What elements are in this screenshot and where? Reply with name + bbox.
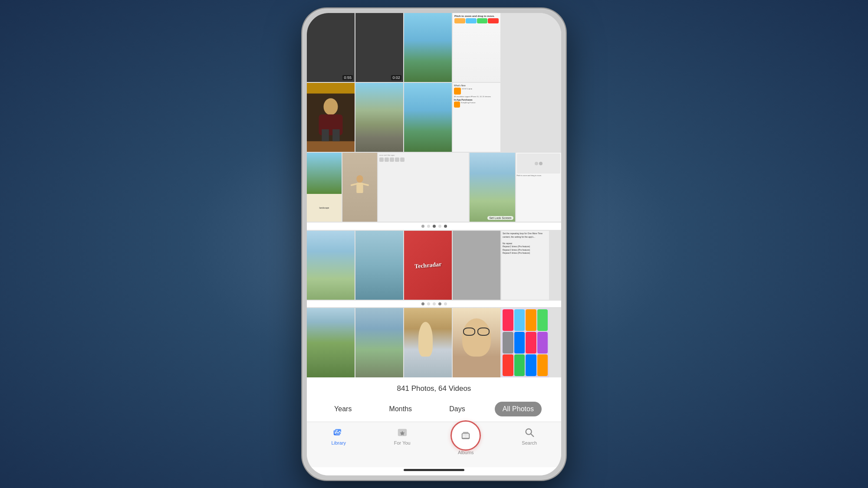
svg-point-11 — [336, 429, 338, 431]
albums-highlight-circle — [450, 420, 481, 451]
tab-foryou-label: For You — [394, 440, 411, 445]
dot — [427, 225, 430, 228]
grid-cell[interactable] — [404, 83, 452, 152]
svg-point-1 — [324, 98, 338, 115]
svg-rect-3 — [322, 129, 329, 141]
phone-wrapper: 0:55 0:02 Pitch to zoom and drag to move… — [299, 6, 569, 483]
grid-cell[interactable] — [404, 13, 452, 82]
video-duration: 0:02 — [391, 75, 401, 80]
svg-rect-14 — [463, 432, 469, 434]
grid-cell[interactable] — [404, 308, 452, 377]
tab-albums[interactable]: Albums — [434, 426, 498, 455]
techradar-text: Techradar — [414, 261, 442, 270]
svg-line-7 — [352, 184, 357, 185]
svg-line-8 — [363, 184, 368, 185]
grid-cell[interactable] — [453, 231, 500, 300]
slider-dots-2 — [307, 301, 561, 307]
view-months-button[interactable]: Months — [381, 402, 420, 416]
foryou-icon — [396, 426, 408, 439]
grid-cell[interactable] — [355, 308, 403, 377]
home-indicator-bar — [307, 467, 561, 475]
grid-cell[interactable]: Techradar — [404, 231, 452, 300]
svg-rect-4 — [332, 129, 340, 141]
view-allphotos-button[interactable]: All Photos — [495, 402, 542, 416]
dot-active — [444, 225, 447, 228]
svg-line-19 — [531, 434, 533, 436]
grid-cell[interactable]: Set Lock Screen — [470, 153, 515, 222]
dot-active — [433, 225, 436, 228]
grid-row-3: landscape — [307, 153, 561, 222]
dot — [433, 302, 436, 305]
grid-cell[interactable] — [453, 308, 500, 377]
grid-cell[interactable]: Pitch to zoom and drag to move. — [453, 13, 500, 82]
tab-foryou[interactable]: For You — [371, 426, 434, 445]
grid-cell[interactable] — [307, 231, 355, 300]
grid-cell[interactable] — [307, 83, 355, 152]
search-icon — [523, 426, 536, 439]
photo-grid[interactable]: 0:55 0:02 Pitch to zoom and drag to move… — [307, 13, 561, 377]
grid-cell[interactable]: move and that apps — [378, 153, 469, 222]
view-years-button[interactable]: Years — [326, 402, 359, 416]
view-days-button[interactable]: Days — [441, 402, 473, 416]
tab-search-label: Search — [522, 440, 537, 445]
grid-row-2: What's New 4.4★ 6+ ₁₃₉₃ 4K resolution su… — [307, 83, 561, 152]
grid-cell[interactable] — [501, 308, 549, 377]
tab-library[interactable]: Library — [307, 426, 371, 445]
home-indicator — [404, 469, 464, 471]
view-selector: Years Months Days All Photos — [307, 398, 561, 422]
phone-screen: 0:55 0:02 Pitch to zoom and drag to move… — [307, 13, 561, 475]
photo-count-text: 841 Photos, 64 Videos — [397, 384, 471, 393]
grid-row-4: Techradar Set the repeating loop for One… — [307, 231, 561, 300]
grid-cell[interactable] — [355, 83, 403, 152]
grid-cell[interactable]: 0:02 — [355, 13, 403, 82]
dot — [421, 225, 424, 228]
grid-cell[interactable] — [307, 308, 355, 377]
svg-point-5 — [356, 175, 363, 183]
svg-rect-6 — [356, 183, 363, 193]
phone-frame: 0:55 0:02 Pitch to zoom and drag to move… — [302, 8, 566, 481]
grid-cell[interactable]: Pitch to zoom and drag to move. — [516, 153, 562, 222]
dot — [444, 302, 447, 305]
photo-count-bar: 841 Photos, 64 Videos — [307, 377, 561, 398]
slider-dots — [307, 223, 561, 230]
tab-search[interactable]: Search — [498, 426, 562, 445]
grid-cell[interactable] — [342, 153, 377, 222]
dot-active — [438, 302, 441, 305]
video-duration: 0:55 — [342, 75, 353, 80]
tab-bar: Library For You — [307, 422, 561, 467]
grid-cell[interactable]: What's New 4.4★ 6+ ₁₃₉₃ 4K resolution su… — [453, 83, 500, 152]
grid-cell[interactable]: landscape — [307, 153, 342, 222]
grid-cell[interactable]: 0:55 — [307, 13, 355, 82]
dot — [427, 302, 430, 305]
dot-active — [421, 302, 424, 305]
grid-cell[interactable] — [355, 231, 403, 300]
dot — [438, 225, 441, 228]
svg-rect-10 — [335, 429, 342, 434]
grid-cell[interactable]: Set the repeating loop for One More Time… — [501, 231, 549, 300]
grid-row-1: 0:55 0:02 Pitch to zoom and drag to move… — [307, 13, 561, 82]
grid-row-5 — [307, 308, 561, 377]
library-icon — [332, 426, 345, 439]
tab-library-label: Library — [331, 440, 346, 445]
